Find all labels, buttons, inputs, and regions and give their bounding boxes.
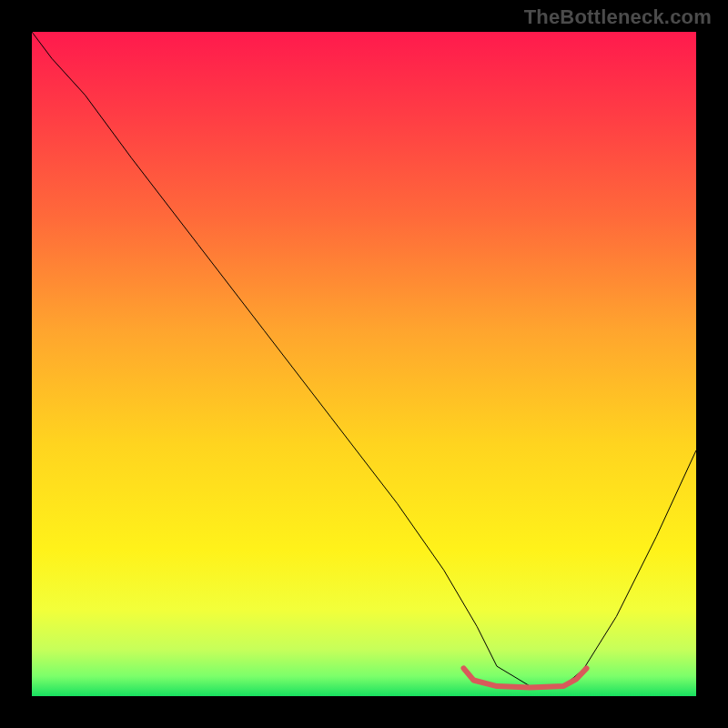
chart-svg (32, 32, 696, 696)
gradient-bg (32, 32, 696, 696)
plot-area (32, 32, 696, 696)
watermark-label: TheBottleneck.com (524, 5, 712, 29)
chart-frame: TheBottleneck.com (0, 0, 728, 728)
